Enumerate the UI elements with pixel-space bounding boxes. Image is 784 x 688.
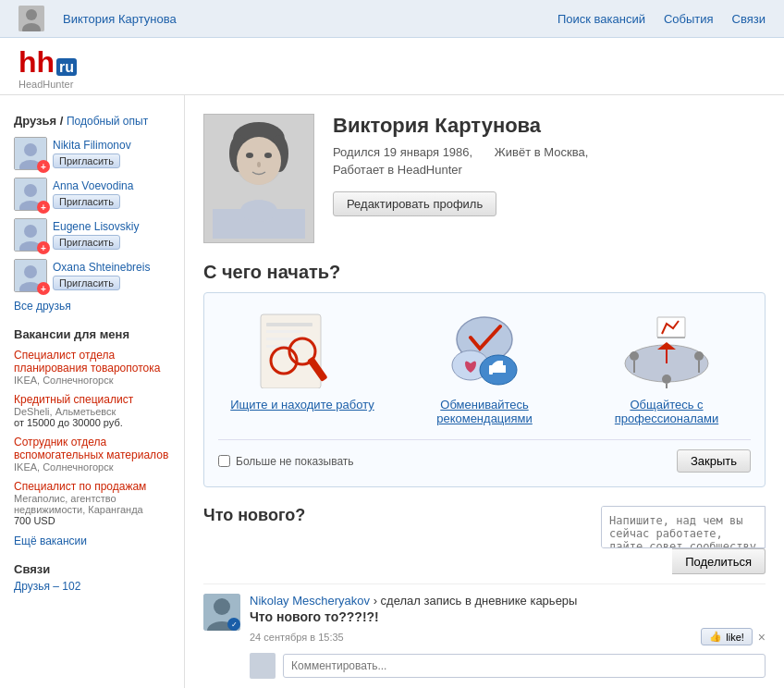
friend-avatar: + — [14, 137, 47, 170]
activity-user-link[interactable]: Nikolay Mescheryakov — [250, 594, 370, 608]
svg-point-50 — [214, 598, 230, 615]
friend-avatar: + — [14, 178, 47, 211]
friend-item: + Anna Voevodina Пригласить — [14, 178, 170, 211]
more-vacancies-link[interactable]: Ещё вакансии — [14, 534, 87, 547]
svg-point-7 — [24, 184, 37, 197]
friends-count-link[interactable]: Друзья – 102 — [14, 580, 80, 593]
add-friend-badge: + — [37, 241, 50, 254]
start-card-jobs-link[interactable]: Ищите и находите работу — [230, 398, 374, 412]
vacancies-title: Вакансии для меня — [14, 327, 170, 341]
friend-name[interactable]: Anna Voevodina — [53, 179, 133, 192]
start-card-recs-link[interactable]: Обменивайтесь рекомендациями — [401, 398, 568, 425]
start-title: С чего начать? — [203, 262, 766, 283]
start-box-footer: Больше не показывать Закрыть — [218, 439, 751, 473]
start-card-recs: Обменивайтесь рекомендациями — [401, 307, 568, 425]
activity-date: 24 сентября в 15:35 — [250, 632, 344, 643]
dont-show-checkbox[interactable] — [218, 455, 230, 467]
svg-point-4 — [24, 143, 37, 156]
svg-point-10 — [24, 225, 37, 238]
vacancy-salary: от 15000 до 30000 руб. — [14, 417, 170, 428]
vacancy-company: DeSheli, Альметьевск — [14, 406, 170, 417]
logo-brand: HeadHunter — [18, 79, 766, 90]
svg-rect-38 — [489, 365, 493, 375]
comment-row — [250, 653, 766, 679]
start-cards: Ищите и находите работу — [218, 307, 751, 425]
start-card-pros-link[interactable]: Общайтесь с профессионалами — [583, 398, 750, 425]
vacancy-item: Специалист отдела планирования товаропот… — [14, 349, 170, 386]
share-wrapper: Поделиться — [314, 506, 766, 574]
start-card-pros: Общайтесь с профессионалами — [583, 307, 750, 425]
friend-item: + Oxana Shteinebreis Пригласить — [14, 259, 170, 292]
vacancy-item: Специалист по продажам Мегаполис, агентс… — [14, 480, 170, 526]
profile-name: Виктория Картунова — [333, 114, 766, 138]
friend-name[interactable]: Oxana Shteinebreis — [53, 261, 150, 274]
invite-button[interactable]: Пригласить — [53, 235, 120, 250]
friend-info: Oxana Shteinebreis Пригласить — [53, 261, 150, 290]
friend-info: Eugene Lisovskiy Пригласить — [53, 220, 139, 250]
invite-button[interactable]: Пригласить — [53, 154, 120, 168]
friend-avatar: + — [14, 259, 47, 292]
add-friend-badge: + — [37, 160, 50, 173]
comment-input[interactable] — [283, 654, 766, 678]
svg-point-21 — [246, 153, 253, 158]
profile-photo — [203, 114, 314, 243]
news-section: Что нового? Поделиться ✓ — [203, 506, 766, 679]
friend-info: Nikita Filimonov Пригласить — [53, 139, 131, 168]
jobs-icon — [247, 307, 358, 390]
vacancy-title[interactable]: Специалист отдела планирования товаропот… — [14, 349, 170, 375]
sidebar: Друзья / Подобный опыт + Nikita Filimono… — [0, 95, 185, 688]
thumbs-up-icon: 👍 — [709, 631, 722, 643]
connections-title: Связи — [14, 562, 170, 576]
vacancies-section: Вакансии для меня Специалист отдела план… — [14, 327, 170, 547]
like-button[interactable]: 👍 like! — [701, 628, 753, 645]
logo[interactable]: hhru — [18, 47, 766, 77]
friend-name[interactable]: Eugene Lisovskiy — [53, 220, 139, 233]
invite-button[interactable]: Пригласить — [53, 276, 120, 290]
recs-icon — [429, 307, 540, 390]
pros-icon — [611, 307, 722, 390]
vacancy-title[interactable]: Сотрудник отдела вспомогательных материа… — [14, 436, 170, 461]
nav-search-jobs[interactable]: Поиск вакансий — [557, 12, 645, 26]
dismiss-activity-button[interactable]: × — [758, 630, 766, 645]
all-friends-link[interactable]: Все друзья — [14, 300, 170, 313]
news-title: Что нового? — [203, 506, 305, 525]
news-textarea[interactable] — [601, 506, 766, 548]
invite-button[interactable]: Пригласить — [53, 194, 120, 209]
vacancy-title[interactable]: Кредитный специалист — [14, 393, 170, 406]
vacancy-company: Мегаполис, агентство недвижимости, Каран… — [14, 493, 170, 515]
nav-connections[interactable]: Связи — [732, 12, 766, 26]
main-container: Друзья / Подобный опыт + Nikita Filimono… — [0, 95, 784, 688]
friend-info: Anna Voevodina Пригласить — [53, 179, 133, 209]
svg-rect-28 — [266, 330, 303, 333]
nav-events[interactable]: События — [664, 12, 714, 26]
top-bar-links: Поиск вакансий События Связи — [557, 12, 766, 26]
activity-item: ✓ Nikolay Mescheryakov › сделал запись в… — [203, 584, 766, 679]
logo-hh-letters: hhru — [18, 47, 77, 77]
activity-avatar: ✓ — [203, 594, 240, 631]
top-bar-username[interactable]: Виктория Картунова — [63, 12, 177, 26]
profile-born: Родился 19 января 1986, Живёт в Москва, — [333, 145, 766, 159]
friend-item: + Nikita Filimonov Пригласить — [14, 137, 170, 170]
dont-show-label[interactable]: Больше не показывать — [218, 455, 354, 468]
activity-content: Что нового то???!?! — [250, 609, 766, 624]
edit-profile-button[interactable]: Редактировать профиль — [333, 191, 496, 216]
similar-experience-link[interactable]: Подобный опыт — [67, 115, 148, 128]
close-start-button[interactable]: Закрыть — [677, 449, 751, 473]
friends-section-title: Друзья / Подобный опыт — [14, 114, 170, 128]
activity-body: Nikolay Mescheryakov › сделал запись в д… — [250, 594, 766, 679]
profile-work: Работает в HeadHunter — [333, 163, 766, 177]
svg-rect-27 — [266, 323, 312, 326]
svg-point-22 — [264, 153, 272, 158]
logo-area: hhru HeadHunter — [0, 38, 784, 95]
verified-badge: ✓ — [227, 618, 240, 631]
news-row: Что нового? Поделиться — [203, 506, 766, 574]
vacancy-title[interactable]: Специалист по продажам — [14, 480, 170, 493]
connections-section: Связи Друзья – 102 — [14, 562, 170, 593]
svg-point-13 — [24, 265, 37, 278]
svg-point-25 — [240, 200, 277, 222]
friend-name[interactable]: Nikita Filimonov — [53, 139, 131, 152]
friend-item: + Eugene Lisovskiy Пригласить — [14, 218, 170, 252]
share-button[interactable]: Поделиться — [672, 548, 766, 574]
profile-header: Виктория Картунова Родился 19 января 198… — [203, 114, 766, 243]
svg-point-44 — [694, 351, 704, 361]
